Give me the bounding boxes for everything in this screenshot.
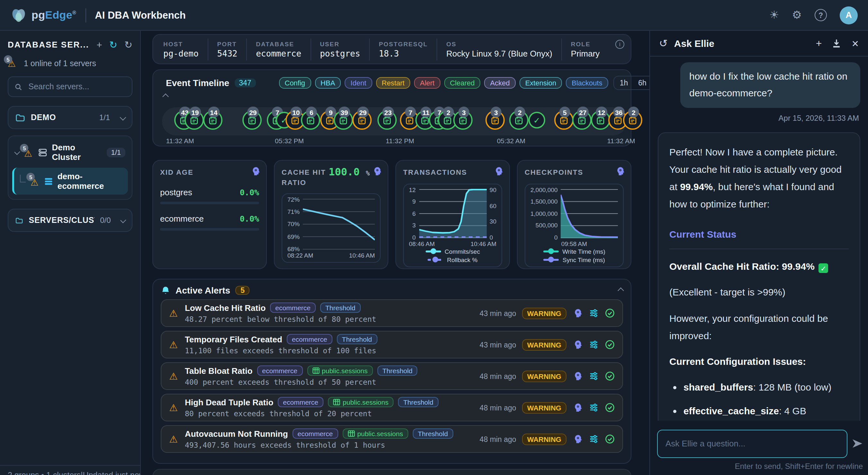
brand-pg: pg bbox=[31, 9, 45, 21]
settings-gear-icon[interactable]: ⚙ bbox=[792, 10, 802, 21]
sync-icon[interactable]: ↻ bbox=[109, 40, 117, 49]
ai-analyze-icon[interactable] bbox=[572, 434, 583, 444]
sidebar-group-servers-clusters[interactable]: SERVERS/CLUSTE... 0/0 bbox=[8, 209, 132, 232]
database-badge: ecommerce bbox=[287, 334, 333, 345]
ai-insight-icon[interactable] bbox=[372, 166, 382, 176]
timeline-event-marker[interactable]: 2 bbox=[623, 110, 642, 130]
card-title: CHECKPOINTS bbox=[525, 168, 624, 178]
tune-threshold-icon[interactable] bbox=[588, 434, 598, 444]
bell-icon bbox=[161, 285, 170, 295]
timeline-event-marker[interactable]: 5 bbox=[554, 110, 574, 130]
range-1h[interactable]: 1h bbox=[615, 78, 633, 88]
timeline-ack-marker[interactable]: ✓ bbox=[528, 112, 545, 129]
info-field-port: PORT5432 bbox=[208, 38, 247, 60]
alert-row[interactable]: ⚠Temporary Files CreatedecommerceThresho… bbox=[161, 331, 623, 359]
timeline-event-marker[interactable]: 27 bbox=[572, 110, 591, 130]
info-field-database: DATABASEecommerce bbox=[246, 38, 310, 60]
timeline-filter-ident[interactable]: Ident bbox=[345, 77, 372, 89]
send-icon[interactable] bbox=[852, 439, 863, 448]
help-icon[interactable]: ? bbox=[815, 9, 827, 21]
server-info-bar: HOSTpg-demoPORT5432DATABASEecommerceUSER… bbox=[152, 34, 631, 64]
user-avatar[interactable]: A bbox=[840, 6, 858, 24]
chat-input[interactable] bbox=[657, 430, 847, 457]
tune-threshold-icon[interactable] bbox=[588, 308, 598, 318]
card-checkpoints: CHECKPOINTS 2,000,0001,500,0001,000,0005… bbox=[517, 160, 631, 269]
cluster-tree: ⚠5 Demo Cluster 1/1 ⚠5 demo-ecommerce bbox=[8, 136, 132, 200]
chevron-down-icon bbox=[121, 217, 126, 223]
add-server-icon[interactable]: + bbox=[96, 40, 102, 49]
ai-insight-icon[interactable] bbox=[251, 166, 260, 176]
alert-description: 493,407.56 hours exceeds threshold of 1 … bbox=[185, 441, 473, 450]
history-icon[interactable]: ↺ bbox=[659, 37, 668, 49]
timeline-filter-hba[interactable]: HBA bbox=[315, 77, 341, 89]
theme-toggle-icon[interactable]: ☀ bbox=[769, 10, 779, 21]
timeline-time-label: 11:32 AM bbox=[607, 137, 635, 144]
timeline-event-marker[interactable]: 19 bbox=[185, 110, 204, 130]
timeline-event-marker[interactable]: 29 bbox=[242, 110, 262, 130]
timeline-filter-alert[interactable]: Alert bbox=[414, 77, 440, 89]
info-field-role: ROLEPrimary bbox=[561, 38, 609, 60]
alert-name: Autovacuum Not Running bbox=[185, 429, 288, 439]
timeline-event-marker[interactable]: 29 bbox=[352, 110, 372, 130]
acknowledge-icon[interactable] bbox=[604, 371, 615, 381]
timeline-filter-acked[interactable]: Acked bbox=[485, 77, 516, 89]
ai-analyze-icon[interactable] bbox=[572, 402, 583, 413]
timeline-filter-restart[interactable]: Restart bbox=[376, 77, 410, 89]
acknowledge-icon[interactable] bbox=[604, 308, 615, 318]
alert-row[interactable]: ⚠Table Bloat Ratioecommercepublic.sessio… bbox=[161, 362, 623, 390]
sidebar-item-demo-cluster[interactable]: ⚠5 Demo Cluster 1/1 bbox=[12, 141, 128, 164]
timeline-time-label: 05:32 AM bbox=[497, 137, 526, 144]
timeline-time-label: 11:32 AM bbox=[166, 137, 194, 144]
tune-threshold-icon[interactable] bbox=[588, 402, 598, 413]
tune-threshold-icon[interactable] bbox=[588, 339, 598, 350]
sidebar-footer: 2 groups • 1 clusters|Updated just now bbox=[0, 465, 140, 475]
search-input[interactable] bbox=[27, 81, 126, 92]
timeline-event-marker[interactable]: 3 bbox=[486, 110, 505, 130]
ai-insight-icon[interactable] bbox=[615, 166, 625, 176]
new-chat-icon[interactable]: + bbox=[816, 38, 822, 48]
range-6h[interactable]: 6h bbox=[633, 78, 649, 88]
card-title: TRANSACTIONS bbox=[403, 168, 502, 178]
group-servers-count: 0/0 bbox=[100, 216, 111, 225]
ai-insight-icon[interactable] bbox=[494, 166, 503, 176]
tune-threshold-icon[interactable] bbox=[588, 371, 598, 381]
timeline-filter-extension[interactable]: Extension bbox=[520, 77, 562, 89]
download-icon[interactable] bbox=[832, 38, 841, 48]
severity-badge: WARNING bbox=[522, 307, 566, 319]
server-search-box[interactable] bbox=[8, 76, 132, 97]
sidebar-item-demo-ecommerce-selected[interactable]: ⚠5 demo-ecommerce bbox=[12, 168, 128, 195]
timeline-event-marker[interactable]: 14 bbox=[203, 110, 222, 130]
info-icon[interactable]: i bbox=[615, 40, 624, 49]
timeline-event-marker[interactable]: 3 bbox=[453, 110, 472, 130]
timeline-filter-blackouts[interactable]: Blackouts bbox=[566, 77, 608, 89]
timeline-event-marker[interactable]: 12 bbox=[591, 110, 610, 130]
timeline-event-marker[interactable]: 6 bbox=[301, 110, 320, 130]
sidebar-group-demo[interactable]: DEMO 1/1 bbox=[8, 106, 132, 129]
alerts-collapse-icon[interactable] bbox=[618, 287, 624, 294]
timeline-event-marker[interactable]: 2 bbox=[509, 110, 528, 130]
acknowledge-icon[interactable] bbox=[604, 434, 615, 444]
legend-commits-sec: Commits/sec bbox=[425, 248, 480, 255]
cluster-icon bbox=[38, 148, 47, 157]
timeline-event-marker[interactable]: 39 bbox=[334, 110, 353, 130]
pgedge-logo: pgEdge® bbox=[10, 7, 76, 24]
ai-analyze-icon[interactable] bbox=[572, 308, 583, 318]
close-icon[interactable]: ✕ bbox=[851, 39, 859, 48]
ai-analyze-icon[interactable] bbox=[572, 371, 583, 381]
main-content: HOSTpg-demoPORT5432DATABASEecommerceUSER… bbox=[141, 31, 649, 475]
timeline-collapse-icon[interactable] bbox=[162, 94, 169, 100]
timeline-event-marker[interactable]: 23 bbox=[377, 110, 397, 130]
acknowledge-icon[interactable] bbox=[604, 402, 615, 413]
timeline-filter-cleared[interactable]: Cleared bbox=[444, 77, 480, 89]
alert-row[interactable]: ⚠Autovacuum Not Runningecommercepublic.s… bbox=[161, 425, 623, 453]
refresh-icon[interactable]: ↻ bbox=[124, 40, 132, 49]
ai-analyze-icon[interactable] bbox=[572, 339, 583, 350]
alert-row[interactable]: ⚠High Dead Tuple Ratioecommercepublic.se… bbox=[161, 394, 623, 421]
alert-row[interactable]: ⚠Low Cache Hit RatioecommerceThreshold48… bbox=[161, 299, 623, 327]
alert-type-badge: Threshold bbox=[377, 366, 417, 376]
timeline-filter-config[interactable]: Config bbox=[279, 77, 311, 89]
alert-name: Table Bloat Ratio bbox=[185, 366, 252, 376]
acknowledge-icon[interactable] bbox=[604, 339, 615, 350]
top-bar: pgEdge® AI DBA Workbench ☀ ⚙ ? A bbox=[0, 0, 868, 31]
alert-time: 43 min ago bbox=[479, 341, 516, 348]
